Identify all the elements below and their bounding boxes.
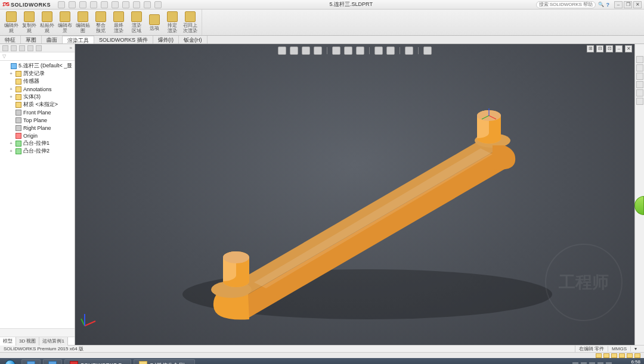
ribbon-btn-2[interactable]: 粘贴外 观 [38,11,56,35]
ribbon-icon [95,11,106,22]
tree-node[interactable]: Right Plane [0,124,75,132]
ime-ch-icon[interactable] [596,353,602,358]
ribbon-btn-1[interactable]: 复制外 观 [20,11,38,35]
tree-node[interactable]: Front Plane [0,108,75,116]
tree-node[interactable]: 传感器 [0,77,75,85]
taskpane-resources-icon[interactable] [636,56,643,63]
tree-node[interactable]: Origin [0,132,75,139]
ribbon-btn-5[interactable]: 整合 预览 [92,11,110,35]
qat-rebuild-icon[interactable] [101,1,108,8]
taskpane-appearances-icon[interactable] [636,89,643,97]
tab-草图[interactable]: 草图 [21,36,42,43]
qat-redo-icon[interactable] [133,1,140,8]
tree-tab-config-icon[interactable] [19,45,25,51]
motion-tab[interactable]: 3D 视图 [16,337,39,346]
taskpane-flyout-handle[interactable] [634,196,644,215]
ribbon-btn-6[interactable]: 最终 渲染 [110,11,128,35]
tree-node[interactable]: +凸台-拉伸2 [0,147,75,155]
taskbar-explorer[interactable]: G:\微信公众号\... [134,359,195,364]
tree-filter[interactable]: ▽ [0,52,75,61]
tab-爆炸(I)[interactable]: 爆炸(I) [153,36,179,43]
ribbon-btn-9[interactable]: 排定 渲染 [163,11,181,35]
ribbon-btn-8[interactable]: 选项 [145,11,163,35]
qat-undo-icon[interactable] [122,1,129,8]
qat-print-icon[interactable] [90,1,97,8]
expand-icon[interactable]: + [8,71,14,76]
tree-node[interactable]: +历史记录 [0,70,75,77]
logo-icon: 𝓓S [2,1,10,8]
node-icon [16,102,21,108]
close-button[interactable]: ✕ [633,1,642,8]
taskpane-design-lib-icon[interactable] [636,64,643,71]
ribbon-btn-0[interactable]: 编辑外 观 [2,11,20,35]
tree-tab-property-icon[interactable] [11,45,17,51]
node-icon [16,71,21,77]
ribbon-icon [6,11,17,22]
motion-tab[interactable]: 模型 [0,337,16,346]
maximize-button[interactable]: ❐ [624,1,632,8]
feature-tree[interactable]: 5.连杆三 (Default< _显+历史记录传感器+Annotations+实… [0,61,75,328]
minimize-button[interactable]: – [614,1,623,8]
ribbon-group-render: 编辑外 观复制外 观粘贴外 观编辑布 景编辑贴 图整合 预览最终 渲染渲染 区域… [0,10,202,35]
app-name: SOLIDWORKS [11,2,51,8]
status-app-info: SOLIDWORKS Premium 2015 x64 版 [4,346,83,352]
qat-appearance-icon[interactable] [154,1,162,8]
expand-icon[interactable]: + [8,86,14,92]
search-input[interactable] [536,1,596,8]
start-button[interactable] [0,358,20,364]
expand-icon[interactable]: + [8,94,14,99]
taskpane-file-explorer-icon[interactable] [636,73,643,80]
taskbar-solidworks[interactable]: SOLIDWORKS P... [64,359,131,364]
ime-b-icon[interactable] [611,353,617,358]
filter-icon: ▽ [2,54,6,59]
taskpane-view-palette-icon[interactable] [636,81,643,88]
qat-open-icon[interactable] [69,1,76,8]
tree-scroll[interactable] [0,329,75,337]
tree-node[interactable]: +Annotations [0,85,75,93]
tree-tab-render-icon[interactable] [36,45,42,51]
tree-node[interactable]: 材质 <未指定> [0,101,75,108]
ime-e-icon[interactable] [634,353,640,358]
tree-tab-dim-icon[interactable] [27,45,33,51]
qat-select-icon[interactable] [144,1,151,8]
node-icon [16,133,21,139]
help-icon[interactable]: ? [606,2,610,8]
tree-node[interactable]: +实体(3) [0,93,75,101]
search-go-icon[interactable]: 🔍 [598,2,604,7]
tab-SOLIDWORKS 插件[interactable]: SOLIDWORKS 插件 [94,36,153,43]
tab-特征[interactable]: 特征 [0,36,21,43]
tree-node[interactable]: +凸台-拉伸1 [0,139,75,147]
expand-icon[interactable]: + [8,141,14,146]
ime-a-icon[interactable] [603,353,609,358]
qat-options-icon[interactable] [112,1,119,8]
tree-collapse-icon[interactable]: » [70,45,72,51]
taskbar-pinned-app[interactable] [21,359,41,364]
ribbon-btn-3[interactable]: 编辑布 景 [56,11,74,35]
svg-marker-13 [254,148,493,288]
qat-new-icon[interactable] [58,1,65,8]
taskbar-pinned-app[interactable] [43,359,62,364]
graphics-viewport[interactable]: ⊞ ⊟ ⊡ – ✕ [75,44,634,345]
tree-node[interactable]: Top Plane [0,116,75,124]
tab-渲染工具[interactable]: 渲染工具 [63,36,94,43]
taskbar-clock[interactable]: 6:58 2019/5/23 [615,359,644,364]
tab-钣金(H)[interactable]: 钣金(H) [179,36,208,43]
tab-曲面[interactable]: 曲面 [42,36,63,43]
qat-save-icon[interactable] [79,1,86,8]
orientation-triad[interactable] [80,313,98,331]
tree-tab-feature-icon[interactable] [2,45,8,51]
ribbon-btn-4[interactable]: 编辑贴 图 [74,11,92,35]
tree-node[interactable]: 5.连杆三 (Default< _显 [0,62,75,70]
node-icon [16,79,21,85]
motion-tab[interactable]: 运动算例1 [39,337,67,346]
ime-d-icon[interactable] [627,353,633,358]
task-pane [634,44,644,345]
expand-icon[interactable]: + [8,148,14,154]
ribbon-btn-7[interactable]: 渲染 区域 [128,11,145,35]
node-label: 凸台-拉伸1 [23,139,49,147]
taskpane-custom-props-icon[interactable] [636,98,643,105]
ribbon-btn-10[interactable]: 召回上 次渲染 [181,11,199,35]
ime-c-icon[interactable] [619,353,625,358]
status-units[interactable]: MMGS [608,346,630,351]
status-extra[interactable]: ▾ [630,346,640,351]
